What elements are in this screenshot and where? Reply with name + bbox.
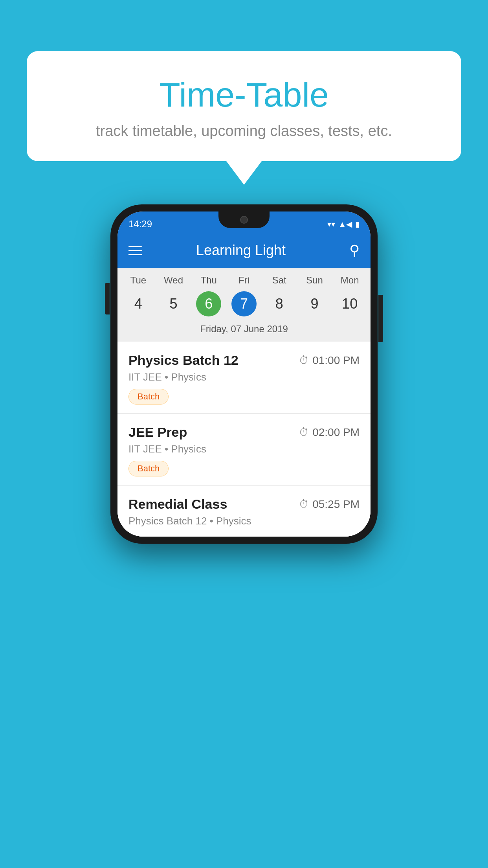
batch-tag-2: Batch xyxy=(128,461,169,476)
hamburger-menu-icon[interactable] xyxy=(128,246,142,255)
status-time: 14:29 xyxy=(128,219,152,230)
clock-icon-1: ⏱ xyxy=(299,354,309,366)
bubble-tail xyxy=(226,161,262,185)
wifi-icon: ▾▾ xyxy=(327,219,335,229)
speech-bubble: Time-Table track timetable, upcoming cla… xyxy=(27,51,461,161)
bubble-title: Time-Table xyxy=(46,75,442,115)
schedule-item-2-subtitle: IIT JEE • Physics xyxy=(128,443,360,455)
day-4[interactable]: 4 xyxy=(121,290,156,318)
camera-icon xyxy=(240,216,248,224)
schedule-item-2-title: JEE Prep xyxy=(128,425,187,440)
day-headers: Tue Wed Thu Fri Sat Sun Mon xyxy=(117,275,371,290)
schedule-item-1-subtitle: IIT JEE • Physics xyxy=(128,371,360,383)
app-title: Learning Light xyxy=(151,242,330,259)
schedule-item-3-header: Remedial Class ⏱ 05:25 PM xyxy=(128,497,360,512)
phone-mockup: 14:29 ▾▾ ▲◀ ▮ Learning Light ⚲ xyxy=(110,204,378,544)
schedule-item-3[interactable]: Remedial Class ⏱ 05:25 PM Physics Batch … xyxy=(117,485,371,537)
phone-outer: 14:29 ▾▾ ▲◀ ▮ Learning Light ⚲ xyxy=(110,204,378,544)
schedule-item-3-time: ⏱ 05:25 PM xyxy=(299,498,360,511)
schedule-item-1-title: Physics Batch 12 xyxy=(128,353,238,368)
clock-icon-3: ⏱ xyxy=(299,498,309,510)
day-10[interactable]: 10 xyxy=(332,290,367,318)
day-header-thu: Thu xyxy=(191,275,226,290)
status-icons: ▾▾ ▲◀ ▮ xyxy=(327,219,360,229)
day-header-fri: Fri xyxy=(226,275,262,290)
app-bar: Learning Light ⚲ xyxy=(117,233,371,268)
schedule-item-1-time: ⏱ 01:00 PM xyxy=(299,354,360,367)
selected-date: Friday, 07 June 2019 xyxy=(117,318,371,342)
day-8[interactable]: 8 xyxy=(262,290,297,318)
day-9[interactable]: 9 xyxy=(297,290,332,318)
search-icon[interactable]: ⚲ xyxy=(349,242,360,259)
day-header-sun: Sun xyxy=(297,275,332,290)
day-6-today[interactable]: 6 xyxy=(196,291,221,316)
schedule-item-1[interactable]: Physics Batch 12 ⏱ 01:00 PM IIT JEE • Ph… xyxy=(117,342,371,414)
battery-icon: ▮ xyxy=(355,219,360,229)
schedule-item-2[interactable]: JEE Prep ⏱ 02:00 PM IIT JEE • Physics Ba… xyxy=(117,414,371,485)
phone-notch xyxy=(218,211,270,228)
batch-tag-1: Batch xyxy=(128,389,169,405)
calendar-strip: Tue Wed Thu Fri Sat Sun Mon 4 5 6 7 8 9 … xyxy=(117,268,371,342)
bubble-subtitle: track timetable, upcoming classes, tests… xyxy=(46,123,442,140)
day-header-wed: Wed xyxy=(156,275,191,290)
day-numbers: 4 5 6 7 8 9 10 xyxy=(117,290,371,318)
schedule-item-2-time: ⏱ 02:00 PM xyxy=(299,426,360,439)
day-header-mon: Mon xyxy=(332,275,367,290)
day-7-selected[interactable]: 7 xyxy=(231,291,257,316)
day-5[interactable]: 5 xyxy=(156,290,191,318)
speech-bubble-section: Time-Table track timetable, upcoming cla… xyxy=(27,51,461,185)
phone-screen: 14:29 ▾▾ ▲◀ ▮ Learning Light ⚲ xyxy=(117,211,371,537)
schedule-item-3-title: Remedial Class xyxy=(128,497,227,512)
clock-icon-2: ⏱ xyxy=(299,426,309,438)
day-header-tue: Tue xyxy=(121,275,156,290)
schedule-item-3-subtitle: Physics Batch 12 • Physics xyxy=(128,515,360,527)
schedule-item-1-header: Physics Batch 12 ⏱ 01:00 PM xyxy=(128,353,360,368)
schedule-container: Physics Batch 12 ⏱ 01:00 PM IIT JEE • Ph… xyxy=(117,342,371,537)
schedule-item-2-header: JEE Prep ⏱ 02:00 PM xyxy=(128,425,360,440)
day-header-sat: Sat xyxy=(262,275,297,290)
signal-icon: ▲◀ xyxy=(338,219,352,229)
